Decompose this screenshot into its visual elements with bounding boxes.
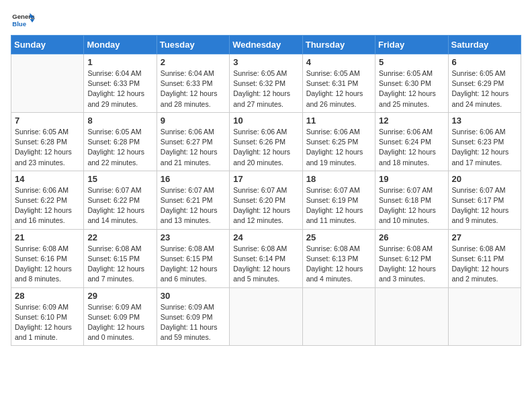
day-info: Sunrise: 6:08 AM Sunset: 6:13 PM Dayligh… bbox=[306, 244, 371, 285]
day-number: 11 bbox=[306, 116, 371, 126]
page-header: General Blue bbox=[11, 11, 521, 30]
day-number: 12 bbox=[379, 116, 444, 126]
calendar-cell: 3Sunrise: 6:05 AM Sunset: 6:32 PM Daylig… bbox=[230, 54, 302, 113]
day-info: Sunrise: 6:09 AM Sunset: 6:10 PM Dayligh… bbox=[15, 302, 80, 343]
calendar-cell bbox=[375, 287, 448, 346]
day-info: Sunrise: 6:07 AM Sunset: 6:20 PM Dayligh… bbox=[233, 185, 298, 226]
header-sunday: Sunday bbox=[11, 36, 84, 54]
day-info: Sunrise: 6:06 AM Sunset: 6:27 PM Dayligh… bbox=[161, 127, 226, 168]
day-number: 4 bbox=[306, 57, 371, 67]
header-wednesday: Wednesday bbox=[230, 36, 302, 54]
calendar-cell: 17Sunrise: 6:07 AM Sunset: 6:20 PM Dayli… bbox=[230, 171, 302, 229]
calendar-cell: 15Sunrise: 6:07 AM Sunset: 6:22 PM Dayli… bbox=[84, 171, 157, 229]
calendar-cell: 12Sunrise: 6:06 AM Sunset: 6:24 PM Dayli… bbox=[375, 112, 448, 171]
day-number: 20 bbox=[452, 174, 517, 184]
day-number: 13 bbox=[452, 116, 517, 126]
day-info: Sunrise: 6:05 AM Sunset: 6:30 PM Dayligh… bbox=[379, 68, 444, 109]
day-info: Sunrise: 6:07 AM Sunset: 6:22 PM Dayligh… bbox=[87, 185, 152, 226]
calendar-cell bbox=[448, 287, 521, 346]
calendar-week-5: 28Sunrise: 6:09 AM Sunset: 6:10 PM Dayli… bbox=[11, 287, 521, 346]
day-number: 24 bbox=[233, 232, 298, 242]
calendar-cell: 22Sunrise: 6:08 AM Sunset: 6:15 PM Dayli… bbox=[84, 229, 157, 287]
day-info: Sunrise: 6:07 AM Sunset: 6:18 PM Dayligh… bbox=[379, 185, 444, 226]
calendar-cell: 11Sunrise: 6:06 AM Sunset: 6:25 PM Dayli… bbox=[302, 112, 375, 171]
day-number: 17 bbox=[233, 174, 298, 184]
calendar-cell: 9Sunrise: 6:06 AM Sunset: 6:27 PM Daylig… bbox=[157, 112, 229, 171]
day-number: 7 bbox=[15, 116, 80, 126]
calendar-cell: 7Sunrise: 6:05 AM Sunset: 6:28 PM Daylig… bbox=[11, 112, 84, 171]
day-info: Sunrise: 6:07 AM Sunset: 6:17 PM Dayligh… bbox=[452, 185, 517, 226]
day-number: 16 bbox=[161, 174, 226, 184]
calendar-cell: 2Sunrise: 6:04 AM Sunset: 6:33 PM Daylig… bbox=[157, 54, 229, 113]
calendar-week-1: 1Sunrise: 6:04 AM Sunset: 6:33 PM Daylig… bbox=[11, 54, 521, 113]
calendar-cell: 10Sunrise: 6:06 AM Sunset: 6:26 PM Dayli… bbox=[230, 112, 302, 171]
calendar-cell: 8Sunrise: 6:05 AM Sunset: 6:28 PM Daylig… bbox=[84, 112, 157, 171]
day-info: Sunrise: 6:09 AM Sunset: 6:09 PM Dayligh… bbox=[87, 302, 152, 343]
calendar-cell: 25Sunrise: 6:08 AM Sunset: 6:13 PM Dayli… bbox=[302, 229, 375, 287]
day-info: Sunrise: 6:04 AM Sunset: 6:33 PM Dayligh… bbox=[87, 68, 152, 109]
header-tuesday: Tuesday bbox=[157, 36, 229, 54]
header-thursday: Thursday bbox=[302, 36, 375, 54]
header-monday: Monday bbox=[84, 36, 157, 54]
header-friday: Friday bbox=[375, 36, 448, 54]
day-number: 21 bbox=[15, 232, 80, 242]
day-number: 30 bbox=[161, 291, 226, 301]
day-number: 6 bbox=[452, 57, 517, 67]
day-info: Sunrise: 6:08 AM Sunset: 6:14 PM Dayligh… bbox=[233, 244, 298, 285]
day-number: 25 bbox=[306, 232, 371, 242]
calendar-body: 1Sunrise: 6:04 AM Sunset: 6:33 PM Daylig… bbox=[11, 54, 521, 346]
day-info: Sunrise: 6:07 AM Sunset: 6:19 PM Dayligh… bbox=[306, 185, 371, 226]
day-number: 10 bbox=[233, 116, 298, 126]
calendar-cell bbox=[230, 287, 302, 346]
calendar-cell: 26Sunrise: 6:08 AM Sunset: 6:12 PM Dayli… bbox=[375, 229, 448, 287]
day-info: Sunrise: 6:07 AM Sunset: 6:21 PM Dayligh… bbox=[161, 185, 226, 226]
day-info: Sunrise: 6:06 AM Sunset: 6:25 PM Dayligh… bbox=[306, 127, 371, 168]
svg-marker-3 bbox=[30, 19, 35, 22]
svg-text:Blue: Blue bbox=[12, 20, 26, 28]
day-info: Sunrise: 6:08 AM Sunset: 6:11 PM Dayligh… bbox=[452, 244, 517, 285]
calendar-cell: 27Sunrise: 6:08 AM Sunset: 6:11 PM Dayli… bbox=[448, 229, 521, 287]
day-number: 14 bbox=[15, 174, 80, 184]
day-info: Sunrise: 6:05 AM Sunset: 6:28 PM Dayligh… bbox=[15, 127, 80, 168]
calendar-week-4: 21Sunrise: 6:08 AM Sunset: 6:16 PM Dayli… bbox=[11, 229, 521, 287]
calendar-cell: 21Sunrise: 6:08 AM Sunset: 6:16 PM Dayli… bbox=[11, 229, 84, 287]
day-info: Sunrise: 6:06 AM Sunset: 6:22 PM Dayligh… bbox=[15, 185, 80, 226]
header-saturday: Saturday bbox=[448, 36, 521, 54]
day-info: Sunrise: 6:04 AM Sunset: 6:33 PM Dayligh… bbox=[161, 68, 226, 109]
logo: General Blue bbox=[11, 11, 35, 30]
day-number: 19 bbox=[379, 174, 444, 184]
day-info: Sunrise: 6:05 AM Sunset: 6:28 PM Dayligh… bbox=[87, 127, 152, 168]
day-number: 27 bbox=[452, 232, 517, 242]
day-number: 15 bbox=[87, 174, 152, 184]
logo-icon: General Blue bbox=[11, 11, 35, 30]
calendar-cell: 24Sunrise: 6:08 AM Sunset: 6:14 PM Dayli… bbox=[230, 229, 302, 287]
day-number: 1 bbox=[87, 57, 152, 67]
calendar-cell: 28Sunrise: 6:09 AM Sunset: 6:10 PM Dayli… bbox=[11, 287, 84, 346]
day-info: Sunrise: 6:05 AM Sunset: 6:31 PM Dayligh… bbox=[306, 68, 371, 109]
day-number: 9 bbox=[161, 116, 226, 126]
day-number: 3 bbox=[233, 57, 298, 67]
calendar-cell: 5Sunrise: 6:05 AM Sunset: 6:30 PM Daylig… bbox=[375, 54, 448, 113]
calendar-cell: 16Sunrise: 6:07 AM Sunset: 6:21 PM Dayli… bbox=[157, 171, 229, 229]
calendar-table: SundayMondayTuesdayWednesdayThursdayFrid… bbox=[11, 35, 521, 346]
calendar-week-2: 7Sunrise: 6:05 AM Sunset: 6:28 PM Daylig… bbox=[11, 112, 521, 171]
calendar-cell: 30Sunrise: 6:09 AM Sunset: 6:09 PM Dayli… bbox=[157, 287, 229, 346]
calendar-cell: 14Sunrise: 6:06 AM Sunset: 6:22 PM Dayli… bbox=[11, 171, 84, 229]
day-number: 18 bbox=[306, 174, 371, 184]
day-info: Sunrise: 6:06 AM Sunset: 6:23 PM Dayligh… bbox=[452, 127, 517, 168]
day-number: 8 bbox=[87, 116, 152, 126]
calendar-cell: 29Sunrise: 6:09 AM Sunset: 6:09 PM Dayli… bbox=[84, 287, 157, 346]
calendar-cell: 13Sunrise: 6:06 AM Sunset: 6:23 PM Dayli… bbox=[448, 112, 521, 171]
day-info: Sunrise: 6:08 AM Sunset: 6:15 PM Dayligh… bbox=[161, 244, 226, 285]
day-number: 5 bbox=[379, 57, 444, 67]
calendar-cell bbox=[302, 287, 375, 346]
day-info: Sunrise: 6:08 AM Sunset: 6:16 PM Dayligh… bbox=[15, 244, 80, 285]
day-info: Sunrise: 6:06 AM Sunset: 6:26 PM Dayligh… bbox=[233, 127, 298, 168]
day-info: Sunrise: 6:05 AM Sunset: 6:32 PM Dayligh… bbox=[233, 68, 298, 109]
day-number: 26 bbox=[379, 232, 444, 242]
day-number: 28 bbox=[15, 291, 80, 301]
calendar-header-row: SundayMondayTuesdayWednesdayThursdayFrid… bbox=[11, 36, 521, 54]
day-info: Sunrise: 6:08 AM Sunset: 6:12 PM Dayligh… bbox=[379, 244, 444, 285]
calendar-cell: 23Sunrise: 6:08 AM Sunset: 6:15 PM Dayli… bbox=[157, 229, 229, 287]
day-info: Sunrise: 6:08 AM Sunset: 6:15 PM Dayligh… bbox=[87, 244, 152, 285]
